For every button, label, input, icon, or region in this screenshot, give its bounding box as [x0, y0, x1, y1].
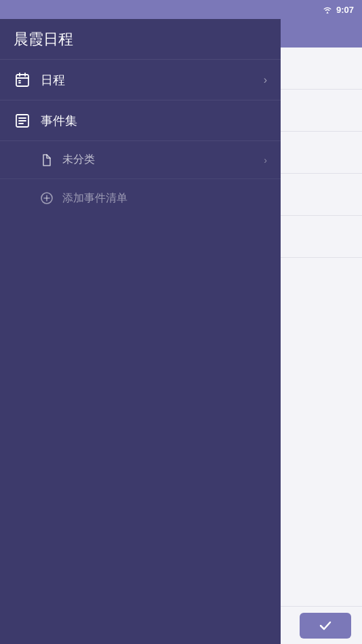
list-icon	[14, 112, 31, 130]
time-display: 9:07	[336, 5, 354, 15]
status-bar: 9:07	[0, 0, 362, 19]
drawer-add-list[interactable]: 添加事件清单	[0, 179, 281, 217]
add-list-label: 添加事件清单	[62, 191, 127, 206]
calendar-icon	[14, 71, 31, 89]
drawer-menu: 晨霞日程 日程 › 事件集	[0, 19, 281, 644]
file-icon	[39, 153, 54, 168]
event-sets-label: 事件集	[41, 113, 267, 129]
confirm-button[interactable]	[300, 613, 351, 639]
app-title: 晨霞日程	[14, 29, 73, 50]
wifi-icon	[323, 6, 332, 14]
status-bar-content: 9:07	[323, 5, 354, 15]
svg-rect-1	[16, 75, 28, 86]
drawer-subitem-uncategorized[interactable]: 未分类 ›	[0, 141, 281, 179]
check-icon	[319, 619, 332, 632]
schedule-label: 日程	[41, 72, 264, 88]
drawer-item-schedule[interactable]: 日程 ›	[0, 60, 281, 100]
schedule-arrow: ›	[264, 74, 267, 86]
drawer-item-event-sets[interactable]: 事件集	[0, 100, 281, 141]
drawer-title-bar: 晨霞日程	[0, 19, 281, 60]
plus-circle-icon	[39, 191, 54, 206]
uncategorized-label: 未分类	[62, 153, 264, 167]
uncategorized-arrow: ›	[264, 155, 267, 166]
